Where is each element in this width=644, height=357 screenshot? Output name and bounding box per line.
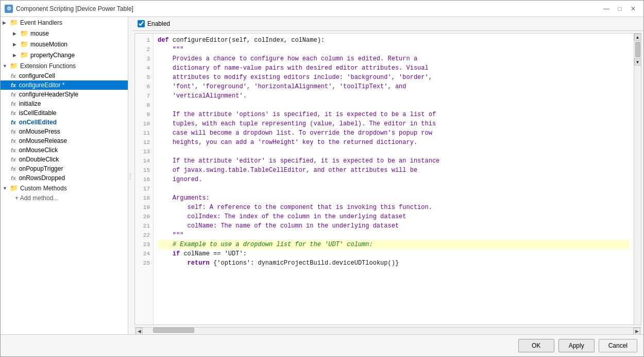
ext-functions-folder-icon: 📁 — [10, 62, 18, 70]
enabled-checkbox[interactable] — [138, 20, 145, 27]
maximize-button[interactable]: □ — [614, 4, 626, 14]
event-handlers-children: ▶ 📁 mouse ▶ 📁 mouseMotion ▶ 📁 propertyCh… — [1, 28, 128, 60]
sidebar-item-mouseMotion-group[interactable]: ▶ 📁 mouseMotion — [5, 39, 128, 50]
horizontal-scrollbar[interactable]: ◀ ▶ — [134, 327, 641, 334]
sidebar-section-custom-methods[interactable]: ▼ 📁 Custom Methods — [1, 183, 128, 193]
code-line-10: tuples, with each tuple representing (va… — [158, 119, 630, 128]
ok-button[interactable]: OK — [518, 339, 554, 352]
sidebar-item-configureHeaderStyle[interactable]: fx configureHeaderStyle — [1, 90, 128, 99]
cancel-button[interactable]: Cancel — [599, 339, 637, 352]
sidebar-item-onPopupTrigger[interactable]: fx onPopupTrigger — [1, 164, 128, 173]
onPopupTrigger-label: onPopupTrigger — [19, 165, 63, 172]
line-num-25: 25 — [135, 258, 153, 268]
code-content[interactable]: def configureEditor(self, colIndex, colN… — [154, 34, 634, 324]
toolbar: Enabled — [132, 17, 643, 31]
propertyChange-chevron: ▶ — [13, 53, 18, 58]
initialize-label: initialize — [19, 100, 41, 107]
sidebar-section-event-handlers[interactable]: ▶ 📁 Event Handlers — [1, 17, 128, 28]
line-num-9: 9 — [135, 110, 153, 119]
apply-button[interactable]: Apply — [558, 339, 595, 352]
sidebar-item-onMouseClick[interactable]: fx onMouseClick — [1, 145, 128, 155]
onDoubleClick-func-icon: fx — [11, 156, 16, 163]
configureEditor-func-icon: fx — [11, 82, 16, 88]
code-line-24: if colName == 'UDT': — [158, 249, 630, 258]
code-line-5: attributes to modify existing editors in… — [158, 73, 630, 82]
ext-functions-chevron: ▼ — [3, 63, 8, 69]
title-bar: ⚙ Component Scripting [Device Power Tabl… — [1, 1, 643, 17]
content-area: ▶ 📁 Event Handlers ▶ 📁 mouse ▶ 📁 mouseMo… — [1, 17, 643, 334]
code-line-18: Arguments: — [158, 193, 630, 203]
sidebar-item-onCellEdited[interactable]: fx onCellEdited — [1, 118, 128, 127]
line-num-13: 13 — [135, 147, 153, 156]
onCellEdited-func-icon: fx — [11, 119, 16, 125]
code-line-25: return {'options': dynamicProjectBuild.d… — [158, 258, 630, 268]
line-num-8: 8 — [135, 101, 153, 110]
isCellEditable-label: isCellEditable — [19, 109, 57, 117]
resize-handle[interactable]: ⋮ — [128, 17, 132, 334]
extension-functions-label: Extension Functions — [20, 62, 76, 70]
code-line-4: dictionary of name-value pairs with desi… — [158, 63, 630, 73]
line-num-11: 11 — [135, 128, 153, 138]
scroll-down-arrow[interactable]: ▼ — [634, 58, 641, 66]
sidebar-item-initialize[interactable]: fx initialize — [1, 99, 128, 108]
scroll-thumb-vertical[interactable] — [635, 42, 640, 57]
scroll-right-arrow[interactable]: ▶ — [633, 328, 640, 335]
sidebar-section-extension-functions[interactable]: ▼ 📁 Extension Functions — [1, 60, 128, 71]
scroll-left-arrow[interactable]: ◀ — [135, 328, 143, 335]
line-num-17: 17 — [135, 184, 153, 193]
line-num-23: 23 — [135, 240, 153, 249]
code-line-20: colIndex: The index of the column in the… — [158, 212, 630, 221]
sidebar-item-add-method[interactable]: + Add method... — [1, 193, 128, 203]
event-handlers-folder-icon: 📁 — [10, 19, 18, 26]
sidebar-item-configureEditor[interactable]: fx configureEditor * — [1, 80, 128, 90]
code-line-13 — [158, 147, 630, 156]
configureEditor-label: configureEditor * — [19, 82, 65, 89]
app-icon: ⚙ — [5, 5, 13, 13]
scroll-up-arrow[interactable]: ▲ — [634, 34, 641, 41]
sidebar-item-mouse-group[interactable]: ▶ 📁 mouse — [5, 28, 128, 39]
isCellEditable-func-icon: fx — [11, 110, 16, 116]
event-handlers-chevron: ▶ — [3, 20, 8, 25]
event-handlers-label: Event Handlers — [20, 19, 62, 26]
mouse-folder-icon: 📁 — [20, 29, 28, 37]
close-button[interactable]: ✕ — [627, 4, 639, 14]
vertical-scrollbar[interactable]: ▲ ▼ — [634, 34, 641, 324]
configureHeaderStyle-label: configureHeaderStyle — [19, 91, 78, 98]
onMousePress-label: onMousePress — [19, 128, 60, 135]
onMouseClick-func-icon: fx — [11, 147, 16, 153]
line-num-4: 4 — [135, 63, 153, 73]
main-window: ⚙ Component Scripting [Device Power Tabl… — [0, 0, 644, 357]
sidebar-item-onDoubleClick[interactable]: fx onDoubleClick — [1, 155, 128, 164]
enabled-checkbox-label[interactable]: Enabled — [138, 20, 170, 27]
configureCell-func-icon: fx — [11, 73, 16, 79]
line-num-19: 19 — [135, 203, 153, 212]
minimize-button[interactable]: — — [600, 4, 613, 14]
onRowsDropped-label: onRowsDropped — [19, 174, 65, 182]
line-num-14: 14 — [135, 156, 153, 166]
code-line-3: Provides a chance to configure how each … — [158, 54, 630, 63]
sidebar-item-configureCell[interactable]: fx configureCell — [1, 71, 128, 80]
add-method-label: + Add method... — [15, 194, 58, 202]
configureCell-label: configureCell — [19, 72, 55, 79]
scrollbar-track — [143, 328, 633, 334]
line-num-16: 16 — [135, 175, 153, 184]
sidebar-item-isCellEditable[interactable]: fx isCellEditable — [1, 108, 128, 118]
sidebar-item-propertyChange-group[interactable]: ▶ 📁 propertyChange — [5, 50, 128, 60]
configureHeaderStyle-func-icon: fx — [11, 91, 16, 98]
line-num-2: 2 — [135, 45, 153, 54]
code-editor[interactable]: 1 2 3 4 5 6 7 8 9 10 11 12 13 14 15 16 1 — [134, 33, 641, 325]
title-bar-left: ⚙ Component Scripting [Device Power Tabl… — [5, 5, 133, 13]
line-num-5: 5 — [135, 73, 153, 82]
sidebar-item-onMousePress[interactable]: fx onMousePress — [1, 127, 128, 136]
code-line-11: case will become a dropdown list. To ove… — [158, 128, 630, 138]
onMousePress-func-icon: fx — [11, 128, 16, 135]
line-num-24: 24 — [135, 249, 153, 258]
mouseMotion-label: mouseMotion — [30, 41, 67, 48]
scrollbar-thumb-horizontal[interactable] — [153, 328, 194, 333]
code-line-19: self: A reference to the component that … — [158, 203, 630, 212]
code-line-2: """ — [158, 45, 630, 54]
sidebar-item-onMouseRelease[interactable]: fx onMouseRelease — [1, 136, 128, 145]
sidebar-item-onRowsDropped[interactable]: fx onRowsDropped — [1, 173, 128, 183]
code-line-17 — [158, 184, 630, 193]
code-line-6: 'font', 'foreground', 'horizontalAlignme… — [158, 82, 630, 91]
